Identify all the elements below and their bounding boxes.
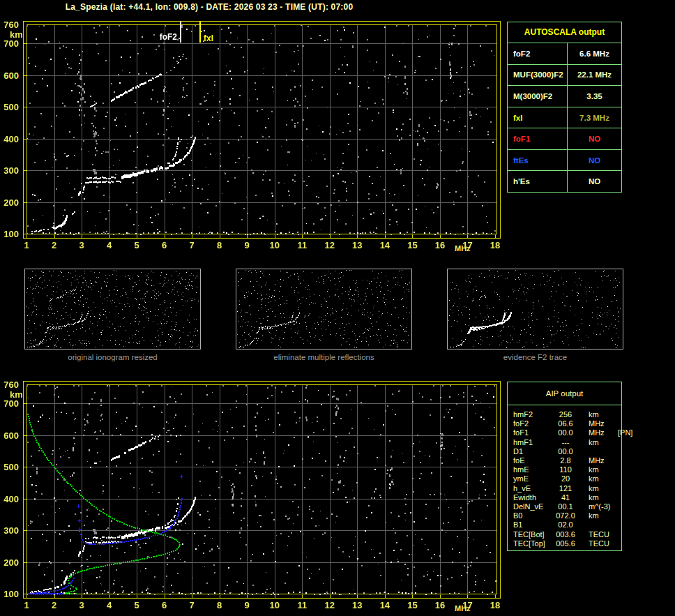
aip-param-extra (618, 484, 621, 493)
aip-table-rows: hmF2256kmfoF206.6MHzfoF100.0MHz[PN]hmF1-… (508, 405, 621, 548)
aip-param-name: ymE (508, 474, 549, 483)
x-tick-label: 1 (17, 600, 36, 610)
aip-param-unit (582, 447, 618, 456)
autoscala-param-value: 6.6 MHz (568, 50, 621, 58)
aip-param-unit: km (582, 474, 618, 483)
autoscala-table-rows: foF26.6 MHzMUF(3000)F222.1 MHzM(3000)F23… (508, 43, 621, 192)
autoscala-param-label: ftEs (508, 150, 568, 171)
autoscala-row: M(3000)F23.35 (508, 86, 621, 107)
thumbnail-eliminate-reflections (236, 269, 412, 350)
aip-output-table: AIP output hmF2256kmfoF206.6MHzfoF100.0M… (507, 382, 622, 551)
profile-ionogram-canvas (21, 378, 501, 601)
aip-row: foF206.6MHz (508, 419, 621, 428)
aip-param-value: 02.0 (549, 520, 582, 529)
aip-param-name: TEC[Bot] (508, 530, 549, 539)
thumbnail-caption-original: original ionogram resized (24, 353, 201, 361)
x-tick-label: 1 (17, 240, 36, 250)
autoscala-param-value: NO (568, 135, 621, 143)
autoscala-param-label: MUF(3000)F2 (508, 65, 568, 86)
y-tick-label: 700 (0, 38, 19, 49)
x-tick-label: 6 (156, 240, 174, 250)
x-tick-label: 3 (73, 600, 91, 610)
x-tick-label: 16 (431, 240, 449, 250)
autoscala-param-label: foF1 (508, 128, 568, 149)
x-tick-label: 13 (348, 240, 366, 250)
autoscala-param-value: 3.35 (568, 92, 621, 100)
x-tick-label: 8 (211, 240, 229, 250)
y-tick-label: 600 (0, 430, 19, 441)
aip-param-value: 2.8 (549, 456, 582, 465)
autoscala-param-value: 7.3 MHz (568, 114, 621, 122)
aip-param-name: B1 (508, 520, 549, 529)
aip-param-extra (618, 539, 621, 548)
aip-param-name: hmF2 (508, 410, 549, 419)
x-tick-label: 7 (183, 240, 201, 250)
aip-param-unit: MHz (582, 456, 618, 465)
aip-param-unit (582, 520, 618, 529)
y-tick-label: 300 (0, 525, 19, 536)
aip-param-extra (618, 493, 621, 502)
x-tick-label: 10 (266, 600, 284, 610)
x-tick-label: 8 (211, 600, 229, 610)
x-tick-label: 7 (183, 600, 201, 610)
y-tick-label: 100 (0, 229, 19, 239)
aip-param-name: TEC[Top] (508, 539, 549, 548)
autoscala-row: fxI7.3 MHz (508, 107, 621, 129)
aip-row: foE2.8MHz (508, 456, 621, 465)
aip-param-value: 121 (549, 484, 582, 493)
aip-param-value: 00.0 (549, 428, 582, 437)
aip-param-extra (618, 520, 621, 529)
x-tick-label: 13 (348, 600, 366, 610)
aip-param-name: foF2 (508, 419, 549, 428)
aip-row: Ewidth41km (508, 493, 621, 502)
x-tick-label: 15 (403, 600, 421, 610)
aip-param-unit: km (582, 465, 618, 474)
aip-param-unit: TECU (582, 530, 618, 539)
x-tick-label: 5 (128, 600, 146, 610)
y-tick-label: 760 (0, 20, 19, 30)
aip-param-name: D1 (508, 447, 549, 456)
aip-param-value: 005.6 (549, 539, 582, 548)
autoscala-param-label: h'Es (508, 171, 568, 192)
x-tick-label: 4 (100, 240, 119, 250)
thumbnail-caption-eliminate: eliminate multiple reflections (236, 353, 412, 361)
autoscala-row: foF1NO (508, 128, 621, 150)
y-tick-label: 600 (0, 70, 19, 81)
autoscala-output-table: AUTOSCALA output foF26.6 MHzMUF(3000)F22… (507, 22, 622, 193)
aip-param-unit: km (582, 438, 618, 447)
aip-param-extra (618, 502, 621, 511)
x-tick-label: 12 (321, 240, 339, 250)
aip-param-value: 110 (549, 465, 582, 474)
aip-row: TEC[Top]005.6TECU (508, 539, 621, 548)
thumbnail-caption-evidence: evidence F2 trace (447, 353, 623, 361)
aip-param-value: 00.1 (549, 502, 582, 511)
y-tick-label: 700 (0, 398, 19, 409)
x-tick-label: 17 (458, 240, 476, 250)
aip-param-extra (618, 511, 621, 520)
aip-param-name: hmE (508, 465, 549, 474)
aip-param-unit: MHz (582, 419, 618, 428)
x-tick-label: 18 (486, 600, 504, 610)
aip-param-name: foF1 (508, 428, 549, 437)
autoscala-row: MUF(3000)F222.1 MHz (508, 65, 621, 87)
aip-param-unit: km (582, 410, 618, 419)
y-tick-label: 500 (0, 462, 19, 472)
thumbnail-evidence-f2-trace (447, 269, 623, 350)
aip-param-extra (618, 447, 621, 456)
x-tick-label: 9 (238, 600, 256, 610)
aip-param-unit: km (582, 511, 618, 520)
main-ionogram-canvas (21, 18, 501, 241)
aip-row: ymE20km (508, 474, 621, 483)
aip-row: hmE110km (508, 465, 621, 474)
aip-param-value: 072.0 (549, 511, 582, 520)
aip-param-value: --- (549, 438, 582, 447)
x-tick-label: 18 (486, 240, 504, 250)
aip-row: hmF1---km (508, 438, 621, 447)
aip-param-extra (618, 465, 621, 474)
autoscala-param-value: NO (568, 156, 621, 165)
autoscala-param-label: foF2 (508, 43, 568, 64)
y-tick-label: 200 (0, 197, 19, 208)
x-tick-label: 16 (431, 600, 449, 610)
autoscala-row: h'EsNO (508, 171, 621, 192)
x-tick-label: 3 (73, 240, 91, 250)
